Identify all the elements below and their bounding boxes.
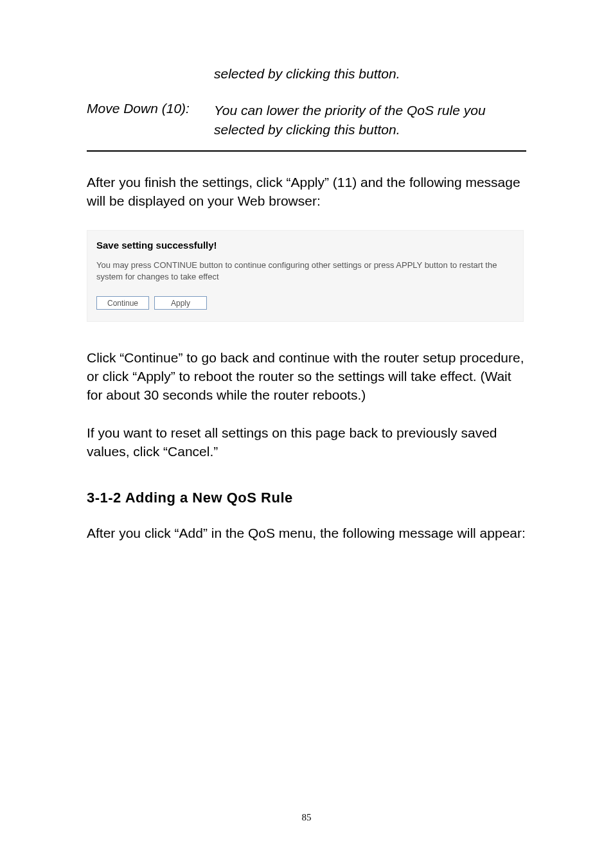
section-heading-3-1-2: 3-1-2 Adding a New QoS Rule xyxy=(87,490,526,506)
move-down-desc: You can lower the priority of the QoS ru… xyxy=(214,101,526,139)
dialog-title: Save setting successfully! xyxy=(96,240,514,251)
move-down-row: Move Down (10): You can lower the priori… xyxy=(87,101,526,139)
after-add-text: After you click “Add” in the QoS menu, t… xyxy=(87,524,526,543)
page-number: 85 xyxy=(0,812,613,823)
dialog-desc: You may press CONTINUE button to continu… xyxy=(96,260,514,282)
after-finish-text: After you finish the settings, click “Ap… xyxy=(87,173,526,211)
section-divider xyxy=(87,150,526,152)
apply-button[interactable]: Apply xyxy=(154,296,207,310)
save-dialog: Save setting successfully! You may press… xyxy=(87,230,524,322)
reset-text: If you want to reset all settings on thi… xyxy=(87,424,526,461)
move-down-label: Move Down (10): xyxy=(87,101,214,139)
dialog-buttons-row: Continue Apply xyxy=(96,296,514,310)
click-continue-text: Click “Continue” to go back and continue… xyxy=(87,349,526,405)
selected-by-text-1: selected by clicking this button. xyxy=(87,64,526,83)
continue-button[interactable]: Continue xyxy=(96,296,149,310)
